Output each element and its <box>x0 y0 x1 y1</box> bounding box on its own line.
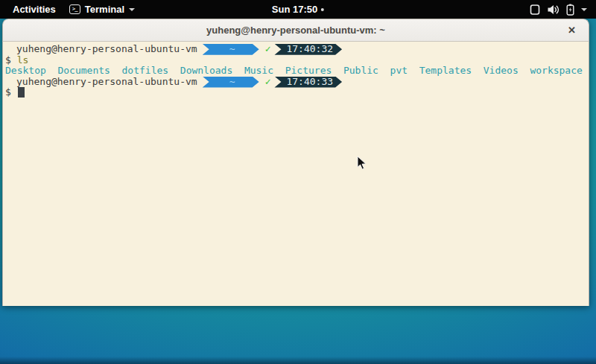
prompt-time-segment: 17:40:33 <box>274 77 342 88</box>
input-line: $ <box>5 87 589 98</box>
window-titlebar[interactable]: yuheng@henry-personal-ubuntu-vm: ~ ✕ <box>2 19 589 42</box>
battery-charging-icon <box>566 4 574 16</box>
prompt-user-host: yuheng@henry-personal-ubuntu-vm <box>5 44 197 55</box>
app-menu-button[interactable]: >_ Terminal <box>69 4 135 15</box>
activities-button[interactable]: Activities <box>10 2 59 16</box>
prompt-time: 17:40:32 <box>286 44 333 55</box>
prompt-time: 17:40:33 <box>286 77 333 88</box>
app-menu-label: Terminal <box>85 4 124 15</box>
chevron-down-icon <box>129 8 135 11</box>
directory-listing: Desktop Documents dotfiles Downloads Mus… <box>5 66 589 77</box>
command-line: $ ls <box>5 55 589 66</box>
prompt-line: yuheng@henry-personal-ubuntu-vm ~ ✓ 17:4… <box>5 77 589 88</box>
prompt-status-check-icon: ✓ <box>265 44 271 55</box>
prompt-time-segment: 17:40:32 <box>274 44 342 55</box>
menu-caret-icon <box>581 8 587 11</box>
prompt-line: yuheng@henry-personal-ubuntu-vm ~ ✓ 17:4… <box>5 44 589 55</box>
prompt-status-check-icon: ✓ <box>265 77 271 88</box>
volume-icon <box>547 4 559 15</box>
top-bar-left: Activities >_ Terminal <box>0 2 135 16</box>
prompt-path-segment: ~ <box>203 44 259 55</box>
network-icon <box>530 4 540 16</box>
terminal-window: yuheng@henry-personal-ubuntu-vm: ~ ✕ yuh… <box>2 19 589 306</box>
mouse-cursor <box>357 156 367 170</box>
prompt-path-segment: ~ <box>203 77 259 88</box>
desktop-background: Activities >_ Terminal Sun 17:50 <box>0 0 596 364</box>
gnome-top-bar: Activities >_ Terminal Sun 17:50 <box>0 0 596 19</box>
text-cursor <box>18 87 25 98</box>
notification-dot-icon <box>321 8 324 11</box>
prompt-symbol: $ <box>5 86 11 98</box>
window-title: yuheng@henry-personal-ubuntu-vm: ~ <box>206 25 385 36</box>
terminal-app-icon: >_ <box>69 4 80 14</box>
prompt-path: ~ <box>229 77 235 88</box>
close-button[interactable]: ✕ <box>564 19 580 41</box>
clock-label: Sun 17:50 <box>272 4 317 15</box>
prompt-symbol: $ <box>5 54 11 66</box>
terminal-screen[interactable]: yuheng@henry-personal-ubuntu-vm ~ ✓ 17:4… <box>2 42 589 306</box>
typed-command: ls <box>17 54 29 66</box>
clock-button[interactable]: Sun 17:50 <box>267 2 329 16</box>
system-status-menu[interactable] <box>527 0 590 19</box>
prompt-user-host: yuheng@henry-personal-ubuntu-vm <box>5 77 197 88</box>
prompt-path: ~ <box>229 44 235 55</box>
